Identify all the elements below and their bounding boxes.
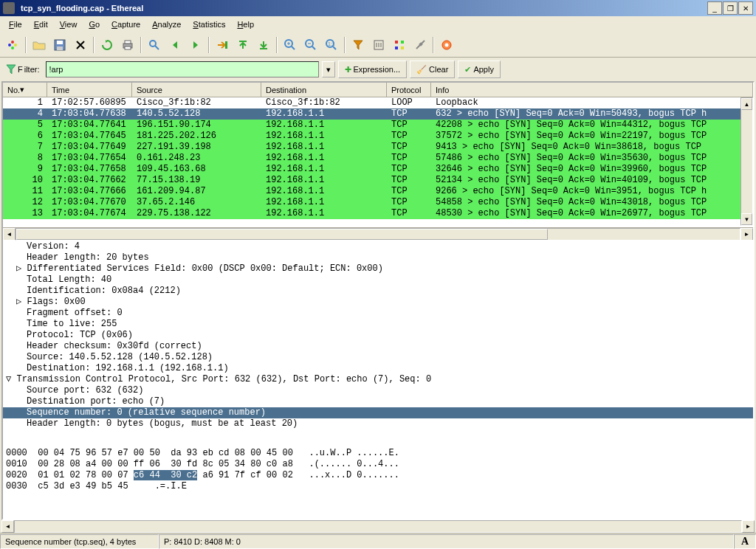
window-title: tcp_syn_flooding.cap - Ethereal	[18, 4, 143, 13]
svg-rect-13	[260, 48, 267, 49]
menu-go[interactable]: Go	[83, 18, 106, 30]
zoom-out-icon[interactable]	[301, 35, 320, 55]
scroll-up-icon[interactable]: ▲	[741, 98, 752, 110]
col-source[interactable]: Source	[132, 83, 261, 97]
display-filter-icon[interactable]	[369, 35, 388, 55]
preferences-icon[interactable]	[410, 35, 430, 55]
tree-node[interactable]: Total Length: 40	[3, 274, 753, 286]
menu-view[interactable]: View	[54, 18, 83, 30]
status-field-info: Sequence number (tcp.seq), 4 bytes	[0, 534, 159, 549]
packet-list-hscrollbar[interactable]: ◄ ►	[3, 227, 753, 240]
reload-icon[interactable]	[97, 35, 117, 55]
top-icon[interactable]	[233, 35, 252, 55]
minimize-button[interactable]: _	[707, 1, 722, 15]
col-no[interactable]: No. ▾	[3, 83, 47, 97]
close-button[interactable]: ✕	[738, 1, 753, 15]
svg-point-2	[8, 44, 11, 46]
prev-icon[interactable]	[165, 35, 185, 55]
save-icon[interactable]	[50, 35, 69, 55]
packet-row[interactable]: 817:03:04.776540.161.248.23192.168.1.1TC…	[3, 153, 753, 164]
bottom-hscrollbar[interactable]: ◄ ►	[1, 520, 755, 533]
packet-row[interactable]: 417:03:04.77638140.5.52.128192.168.1.1TC…	[3, 108, 753, 120]
packet-row[interactable]: 117:02:57.60895Cisco_3f:1b:82Cisco_3f:1b…	[3, 97, 753, 108]
menu-statistics[interactable]: Statistics	[187, 18, 231, 30]
capture-filter-icon[interactable]	[348, 35, 368, 55]
packet-row[interactable]: 1317:03:04.77674229.75.138.122192.168.1.…	[3, 208, 753, 219]
capture-icon[interactable]	[3, 35, 22, 55]
packet-list-body[interactable]: 117:02:57.60895Cisco_3f:1b:82Cisco_3f:1b…	[3, 97, 753, 226]
tree-node[interactable]: Destination: 192.168.1.1 (192.168.1.1)	[3, 363, 753, 374]
tree-node[interactable]: Header length: 0 bytes (bogus, must be a…	[3, 418, 753, 429]
status-indicator: A	[734, 534, 756, 549]
col-destination[interactable]: Destination	[261, 83, 387, 97]
next-icon[interactable]	[186, 35, 205, 55]
tree-node[interactable]: ▷ Differentiated Services Field: 0x00 (D…	[3, 263, 753, 274]
close-file-icon[interactable]	[71, 35, 90, 55]
expression-button[interactable]: ✚ Expression...	[338, 61, 408, 78]
hex-row[interactable]: 0010 00 28 08 a4 00 00 ff 06 30 fd 8c 05…	[6, 459, 750, 470]
hex-row[interactable]: 0020 01 01 02 78 00 07 c6 44 30 c2 a6 91…	[6, 470, 750, 481]
packet-row[interactable]: 517:03:04.77641196.151.90.174192.168.1.1…	[3, 120, 753, 131]
tree-node[interactable]: Destination port: echo (7)	[3, 396, 753, 407]
svg-rect-9	[125, 46, 131, 49]
tree-node[interactable]: Header length: 20 bytes	[3, 252, 753, 263]
coloring-rules-icon[interactable]	[390, 35, 409, 55]
scroll-right-icon[interactable]: ►	[742, 520, 755, 533]
svg-rect-22	[401, 46, 404, 49]
print-icon[interactable]	[118, 35, 137, 55]
tree-node[interactable]: Time to live: 255	[3, 319, 753, 330]
tree-node[interactable]: Protocol: TCP (0x06)	[3, 330, 753, 341]
filter-toolbar: Filter: ▾ ✚ Expression... 🧹 Clear ✔ Appl…	[0, 58, 756, 81]
col-info[interactable]: Info	[431, 83, 753, 97]
packet-row[interactable]: 1017:03:04.7766277.15.138.19192.168.1.1T…	[3, 175, 753, 186]
find-icon[interactable]	[145, 35, 164, 55]
tree-node[interactable]: Fragment offset: 0	[3, 308, 753, 319]
tree-node[interactable]: Source: 140.5.52.128 (140.5.52.128)	[3, 352, 753, 363]
packet-row[interactable]: 617:03:04.77645181.225.202.126192.168.1.…	[3, 131, 753, 142]
zoom-fit-icon[interactable]: 1:1	[322, 35, 341, 55]
hex-dump-pane[interactable]: 0000 00 04 75 96 57 e7 00 50 da 93 eb cd…	[3, 446, 753, 519]
zoom-in-icon[interactable]	[281, 35, 300, 55]
menu-analyze[interactable]: Analyze	[146, 18, 187, 30]
hex-row[interactable]: 0000 00 04 75 96 57 e7 00 50 da 93 eb cd…	[6, 448, 750, 459]
svg-rect-8	[125, 41, 131, 44]
svg-rect-19	[395, 41, 398, 44]
scroll-left-icon[interactable]: ◄	[3, 228, 16, 241]
packet-row[interactable]: 1217:03:04.7767037.65.2.146192.168.1.1TC…	[3, 197, 753, 208]
bottom-icon[interactable]	[254, 35, 273, 55]
scroll-left-icon[interactable]: ◄	[1, 520, 14, 533]
vscrollbar[interactable]: ▲ ▼	[740, 97, 753, 226]
scroll-down-icon[interactable]: ▼	[741, 213, 752, 225]
tree-node[interactable]: Header checksum: 0x30fd (correct)	[3, 341, 753, 352]
packet-row[interactable]: 917:03:04.77658109.45.163.68192.168.1.1T…	[3, 164, 753, 175]
maximize-button[interactable]: ❐	[723, 1, 738, 15]
tree-node[interactable]: ▽ Transmission Control Protocol, Src Por…	[3, 374, 753, 385]
clear-button[interactable]: 🧹 Clear	[410, 61, 455, 78]
tree-node[interactable]: Source port: 632 (632)	[3, 385, 753, 396]
help-icon[interactable]	[437, 35, 456, 55]
svg-rect-20	[401, 41, 404, 44]
tree-node[interactable]: Sequence number: 0 (relative sequence nu…	[3, 407, 753, 418]
menu-edit[interactable]: Edit	[28, 18, 54, 30]
svg-point-1	[11, 46, 14, 49]
tree-node[interactable]: Identification: 0x08a4 (2212)	[3, 286, 753, 297]
protocol-tree-pane[interactable]: Version: 4Header length: 20 bytes▷ Diffe…	[3, 240, 753, 446]
apply-button[interactable]: ✔ Apply	[458, 61, 501, 78]
open-icon[interactable]	[30, 35, 49, 55]
filter-dropdown-icon[interactable]: ▾	[322, 61, 335, 77]
packet-row[interactable]: 717:03:04.77649227.191.39.198192.168.1.1…	[3, 142, 753, 153]
tree-node[interactable]: Version: 4	[3, 241, 753, 252]
col-protocol[interactable]: Protocol	[387, 83, 431, 97]
col-time[interactable]: Time	[47, 83, 132, 97]
menu-help[interactable]: Help	[231, 18, 260, 30]
filter-label[interactable]: Filter:	[3, 64, 43, 75]
filter-input[interactable]	[46, 61, 319, 77]
menu-file[interactable]: File	[3, 18, 28, 30]
goto-icon[interactable]	[213, 35, 232, 55]
packet-row[interactable]: 1117:03:04.77666161.209.94.87192.168.1.1…	[3, 186, 753, 197]
menu-capture[interactable]: Capture	[106, 18, 146, 30]
svg-point-10	[150, 41, 156, 46]
hex-row[interactable]: 0030 c5 3d e3 49 b5 45 .=.I.E	[6, 481, 750, 492]
tree-node[interactable]: ▷ Flags: 0x00	[3, 297, 753, 308]
scroll-right-icon[interactable]: ►	[740, 228, 753, 241]
